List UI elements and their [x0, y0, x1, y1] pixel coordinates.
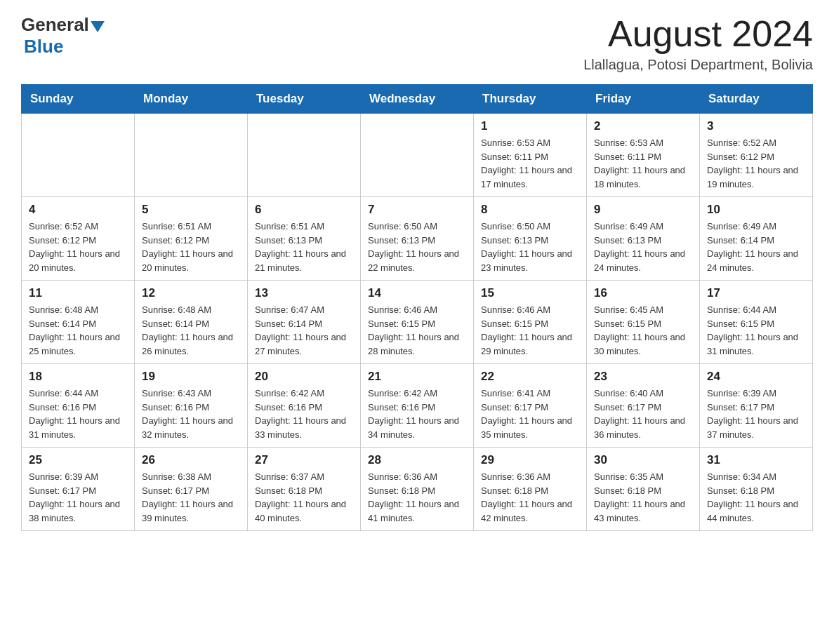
- day-info: Sunrise: 6:52 AMSunset: 6:12 PMDaylight:…: [707, 136, 805, 191]
- day-number: 1: [481, 119, 579, 133]
- week-row-3: 11Sunrise: 6:48 AMSunset: 6:14 PMDayligh…: [22, 281, 813, 364]
- calendar-cell: 24Sunrise: 6:39 AMSunset: 6:17 PMDayligh…: [700, 364, 813, 448]
- calendar-table: SundayMondayTuesdayWednesdayThursdayFrid…: [21, 84, 813, 531]
- calendar-cell: 31Sunrise: 6:34 AMSunset: 6:18 PMDayligh…: [700, 448, 813, 531]
- calendar-cell: 15Sunrise: 6:46 AMSunset: 6:15 PMDayligh…: [474, 281, 587, 364]
- day-number: 4: [29, 203, 127, 217]
- calendar-cell: 7Sunrise: 6:50 AMSunset: 6:13 PMDaylight…: [361, 197, 474, 281]
- weekday-header-monday: Monday: [135, 85, 248, 114]
- day-info: Sunrise: 6:44 AMSunset: 6:15 PMDaylight:…: [707, 303, 805, 358]
- logo-area: General Blue: [21, 14, 106, 58]
- day-number: 26: [142, 453, 240, 467]
- day-number: 16: [594, 286, 692, 300]
- day-info: Sunrise: 6:53 AMSunset: 6:11 PMDaylight:…: [481, 136, 579, 191]
- day-number: 6: [255, 203, 353, 217]
- day-info: Sunrise: 6:50 AMSunset: 6:13 PMDaylight:…: [368, 220, 466, 274]
- day-info: Sunrise: 6:48 AMSunset: 6:14 PMDaylight:…: [29, 303, 127, 358]
- day-number: 31: [707, 453, 805, 467]
- day-info: Sunrise: 6:51 AMSunset: 6:13 PMDaylight:…: [255, 220, 353, 274]
- calendar-cell: 23Sunrise: 6:40 AMSunset: 6:17 PMDayligh…: [587, 364, 700, 448]
- day-info: Sunrise: 6:39 AMSunset: 6:17 PMDaylight:…: [29, 470, 127, 525]
- day-number: 14: [368, 286, 466, 300]
- day-info: Sunrise: 6:36 AMSunset: 6:18 PMDaylight:…: [368, 470, 466, 525]
- calendar-cell: 17Sunrise: 6:44 AMSunset: 6:15 PMDayligh…: [700, 281, 813, 364]
- day-info: Sunrise: 6:37 AMSunset: 6:18 PMDaylight:…: [255, 470, 353, 525]
- week-row-1: 1Sunrise: 6:53 AMSunset: 6:11 PMDaylight…: [22, 114, 813, 197]
- day-info: Sunrise: 6:52 AMSunset: 6:12 PMDaylight:…: [29, 220, 127, 274]
- calendar-cell: 8Sunrise: 6:50 AMSunset: 6:13 PMDaylight…: [474, 197, 587, 281]
- day-number: 5: [142, 203, 240, 217]
- calendar-cell: 18Sunrise: 6:44 AMSunset: 6:16 PMDayligh…: [22, 364, 135, 448]
- day-info: Sunrise: 6:40 AMSunset: 6:17 PMDaylight:…: [594, 387, 692, 441]
- day-number: 13: [255, 286, 353, 300]
- day-info: Sunrise: 6:44 AMSunset: 6:16 PMDaylight:…: [29, 387, 127, 441]
- day-info: Sunrise: 6:35 AMSunset: 6:18 PMDaylight:…: [594, 470, 692, 525]
- week-row-4: 18Sunrise: 6:44 AMSunset: 6:16 PMDayligh…: [22, 364, 813, 448]
- calendar-cell: [22, 114, 135, 197]
- day-number: 28: [368, 453, 466, 467]
- calendar-cell: 16Sunrise: 6:45 AMSunset: 6:15 PMDayligh…: [587, 281, 700, 364]
- day-info: Sunrise: 6:49 AMSunset: 6:14 PMDaylight:…: [707, 220, 805, 274]
- weekday-header-thursday: Thursday: [474, 85, 587, 114]
- calendar-cell: 14Sunrise: 6:46 AMSunset: 6:15 PMDayligh…: [361, 281, 474, 364]
- day-number: 8: [481, 203, 579, 217]
- weekday-header-friday: Friday: [587, 85, 700, 114]
- day-number: 21: [368, 370, 466, 384]
- day-info: Sunrise: 6:36 AMSunset: 6:18 PMDaylight:…: [481, 470, 579, 525]
- title-area: August 2024 Llallagua, Potosi Department…: [583, 14, 813, 73]
- day-number: 25: [29, 453, 127, 467]
- day-number: 17: [707, 286, 805, 300]
- calendar-cell: 6Sunrise: 6:51 AMSunset: 6:13 PMDaylight…: [248, 197, 361, 281]
- day-info: Sunrise: 6:42 AMSunset: 6:16 PMDaylight:…: [368, 387, 466, 441]
- calendar-cell: 2Sunrise: 6:53 AMSunset: 6:11 PMDaylight…: [587, 114, 700, 197]
- day-number: 30: [594, 453, 692, 467]
- calendar-cell: 21Sunrise: 6:42 AMSunset: 6:16 PMDayligh…: [361, 364, 474, 448]
- day-number: 2: [594, 119, 692, 133]
- day-info: Sunrise: 6:43 AMSunset: 6:16 PMDaylight:…: [142, 387, 240, 441]
- calendar-cell: 9Sunrise: 6:49 AMSunset: 6:13 PMDaylight…: [587, 197, 700, 281]
- week-row-5: 25Sunrise: 6:39 AMSunset: 6:17 PMDayligh…: [22, 448, 813, 531]
- day-number: 27: [255, 453, 353, 467]
- day-number: 9: [594, 203, 692, 217]
- week-row-2: 4Sunrise: 6:52 AMSunset: 6:12 PMDaylight…: [22, 197, 813, 281]
- day-number: 29: [481, 453, 579, 467]
- weekday-header-sunday: Sunday: [22, 85, 135, 114]
- weekday-header-wednesday: Wednesday: [361, 85, 474, 114]
- day-info: Sunrise: 6:41 AMSunset: 6:17 PMDaylight:…: [481, 387, 579, 441]
- calendar-cell: 29Sunrise: 6:36 AMSunset: 6:18 PMDayligh…: [474, 448, 587, 531]
- day-number: 11: [29, 286, 127, 300]
- calendar-cell: 4Sunrise: 6:52 AMSunset: 6:12 PMDaylight…: [22, 197, 135, 281]
- day-info: Sunrise: 6:38 AMSunset: 6:17 PMDaylight:…: [142, 470, 240, 525]
- calendar-cell: [248, 114, 361, 197]
- calendar-cell: 12Sunrise: 6:48 AMSunset: 6:14 PMDayligh…: [135, 281, 248, 364]
- day-info: Sunrise: 6:47 AMSunset: 6:14 PMDaylight:…: [255, 303, 353, 358]
- weekday-header-tuesday: Tuesday: [248, 85, 361, 114]
- day-info: Sunrise: 6:46 AMSunset: 6:15 PMDaylight:…: [368, 303, 466, 358]
- calendar-cell: 22Sunrise: 6:41 AMSunset: 6:17 PMDayligh…: [474, 364, 587, 448]
- calendar-header: SundayMondayTuesdayWednesdayThursdayFrid…: [22, 85, 813, 114]
- day-number: 10: [707, 203, 805, 217]
- calendar-cell: 1Sunrise: 6:53 AMSunset: 6:11 PMDaylight…: [474, 114, 587, 197]
- day-info: Sunrise: 6:39 AMSunset: 6:17 PMDaylight:…: [707, 387, 805, 441]
- day-number: 22: [481, 370, 579, 384]
- calendar-body: 1Sunrise: 6:53 AMSunset: 6:11 PMDaylight…: [22, 114, 813, 531]
- weekday-header-row: SundayMondayTuesdayWednesdayThursdayFrid…: [22, 85, 813, 114]
- day-info: Sunrise: 6:53 AMSunset: 6:11 PMDaylight:…: [594, 136, 692, 191]
- logo-general-text: General: [21, 14, 89, 36]
- calendar-cell: 11Sunrise: 6:48 AMSunset: 6:14 PMDayligh…: [22, 281, 135, 364]
- day-info: Sunrise: 6:42 AMSunset: 6:16 PMDaylight:…: [255, 387, 353, 441]
- logo: General: [21, 14, 106, 36]
- header: General Blue August 2024 Llallagua, Poto…: [21, 14, 813, 73]
- location-title: Llallagua, Potosi Department, Bolivia: [583, 57, 813, 73]
- day-number: 23: [594, 370, 692, 384]
- calendar-cell: 5Sunrise: 6:51 AMSunset: 6:12 PMDaylight…: [135, 197, 248, 281]
- day-info: Sunrise: 6:34 AMSunset: 6:18 PMDaylight:…: [707, 470, 805, 525]
- logo-blue-text: Blue: [24, 36, 63, 57]
- weekday-header-saturday: Saturday: [700, 85, 813, 114]
- day-number: 24: [707, 370, 805, 384]
- calendar-cell: 28Sunrise: 6:36 AMSunset: 6:18 PMDayligh…: [361, 448, 474, 531]
- calendar-cell: 25Sunrise: 6:39 AMSunset: 6:17 PMDayligh…: [22, 448, 135, 531]
- day-info: Sunrise: 6:49 AMSunset: 6:13 PMDaylight:…: [594, 220, 692, 274]
- day-number: 20: [255, 370, 353, 384]
- day-number: 19: [142, 370, 240, 384]
